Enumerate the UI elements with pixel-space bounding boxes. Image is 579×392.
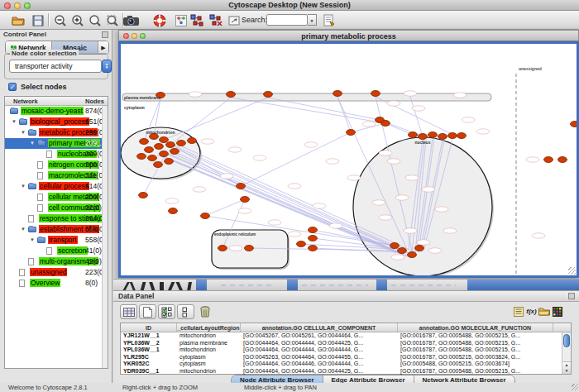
gene-label-node[interactable] xyxy=(372,200,385,205)
table-cell[interactable]: cytoplasm xyxy=(177,354,241,361)
gene-node[interactable] xyxy=(218,246,227,251)
disclosure-triangle-icon[interactable]: ▼ xyxy=(30,141,35,146)
tree-row-label[interactable]: unassigned xyxy=(30,268,67,276)
gene-label-node[interactable] xyxy=(532,233,545,238)
gene-node[interactable] xyxy=(558,157,567,163)
float-panel-icon[interactable] xyxy=(102,31,108,38)
gene-label-node[interactable] xyxy=(526,157,539,162)
gene-node[interactable] xyxy=(160,137,169,143)
gene-node[interactable] xyxy=(166,142,175,148)
gene-node[interactable] xyxy=(571,122,577,127)
open-file-icon[interactable] xyxy=(10,12,26,28)
gene-label-node[interactable] xyxy=(189,92,202,97)
zoom-selected-icon[interactable] xyxy=(104,12,120,28)
gene-label-node[interactable] xyxy=(395,195,409,200)
gene-label-node[interactable] xyxy=(476,129,490,134)
table-cell[interactable]: cytoplasm xyxy=(177,361,241,368)
gene-label-node[interactable] xyxy=(362,122,376,127)
gene-node[interactable] xyxy=(154,162,163,168)
gene-node[interactable] xyxy=(544,157,553,163)
tree-row[interactable]: cell communicat22(0) xyxy=(5,203,108,213)
disclosure-triangle-icon[interactable]: ▼ xyxy=(21,130,26,135)
tree-row[interactable]: response to stimulu264(0) xyxy=(5,213,108,224)
select-attributes-icon[interactable] xyxy=(158,304,175,319)
scrollbar-arrows[interactable]: ▲▼ xyxy=(562,361,571,374)
gene-node[interactable] xyxy=(415,246,424,251)
tree-row[interactable]: cellular metabol209(0) xyxy=(5,192,108,203)
tree-row-label[interactable]: secretion xyxy=(57,246,88,255)
gene-node[interactable] xyxy=(177,141,186,146)
gene-label-node[interactable] xyxy=(435,207,448,212)
gene-label-node[interactable] xyxy=(387,101,400,106)
tree-row[interactable]: unassigned223(0) xyxy=(5,267,108,278)
formula-icon[interactable]: f(x) xyxy=(525,305,538,318)
gene-label-node[interactable] xyxy=(288,232,301,237)
gene-node[interactable] xyxy=(390,243,400,249)
gene-node[interactable] xyxy=(165,159,174,165)
tree-row[interactable]: ▼primary metabol209(... xyxy=(5,138,108,149)
gene-node[interactable] xyxy=(398,248,407,254)
disclosure-triangle-icon[interactable]: ▼ xyxy=(21,184,26,189)
tree-row[interactable]: ▼metabolic process280(0) xyxy=(5,127,108,138)
tree-row[interactable]: nitrogen compo209(0) xyxy=(5,160,108,170)
gene-node[interactable] xyxy=(169,208,178,214)
disclosure-triangle-icon[interactable]: ▼ xyxy=(21,227,26,232)
tree-col-nodes[interactable]: Nodes xyxy=(85,98,104,105)
gene-label-node[interactable] xyxy=(462,117,475,122)
gene-node[interactable] xyxy=(309,236,318,241)
scrollbar-thumb[interactable] xyxy=(563,334,570,347)
matrix-icon[interactable] xyxy=(551,305,563,318)
table-row[interactable]: YJR121W__1mitochondrion[GO:0045267, GO:0… xyxy=(121,332,571,340)
table-cell[interactable]: [GO:0044464, GO:0044444, GO:0044425, G..… xyxy=(241,340,398,347)
search-dropdown-arrow[interactable]: ▼ xyxy=(308,14,317,26)
edge[interactable] xyxy=(164,98,268,140)
gene-node[interactable] xyxy=(419,134,428,140)
zoom-out-icon[interactable] xyxy=(52,12,68,28)
table-cell[interactable]: YPL036W__2 xyxy=(121,340,177,347)
snapshot-icon[interactable] xyxy=(121,12,141,28)
gene-label-node[interactable] xyxy=(417,240,430,245)
table-row[interactable]: YDR039C__1mitochondrion[GO:0044464, GO:0… xyxy=(121,368,571,375)
combobox-stepper-icon[interactable]: ▲▼ xyxy=(102,60,112,73)
gene-label-node[interactable] xyxy=(326,159,339,164)
network-canvas[interactable]: plasma membranecytoplasmmitochondrionnuc… xyxy=(121,44,577,275)
tree-row-label[interactable]: mosaic-demo-yeast xyxy=(21,107,84,115)
help-icon[interactable] xyxy=(151,12,167,28)
disclosure-triangle-icon[interactable]: ▼ xyxy=(12,119,17,124)
gene-node[interactable] xyxy=(333,91,342,97)
gene-label-node[interactable] xyxy=(165,198,179,203)
edge[interactable] xyxy=(231,98,385,123)
tree-row-label[interactable]: biological_process xyxy=(30,117,89,126)
tree-row[interactable]: macromolecule311(0) xyxy=(5,170,108,181)
gene-label-node[interactable] xyxy=(428,248,442,253)
gene-label-node[interactable] xyxy=(422,187,435,192)
gene-label-node[interactable] xyxy=(329,223,342,228)
table-cell[interactable]: [GO:0044464, GO:0044446, GO:0044444, G..… xyxy=(241,361,398,368)
node-color-combobox[interactable]: transporter activity ▲▼ xyxy=(9,60,102,73)
save-icon[interactable] xyxy=(30,12,45,28)
edge[interactable] xyxy=(170,98,231,145)
table-cell[interactable]: YKR052C xyxy=(121,361,177,368)
table-cell[interactable]: YDR039C__1 xyxy=(121,368,177,375)
delete-attribute-icon[interactable] xyxy=(196,304,213,319)
gene-label-node[interactable] xyxy=(201,139,214,144)
table-row[interactable]: YPL036W__2plasma membrane[GO:0044464, GO… xyxy=(121,340,571,347)
tree-row[interactable]: secretion41(0) xyxy=(5,246,108,256)
edge[interactable] xyxy=(410,97,423,136)
table-cell[interactable]: [GO:0016787, GO:0005488, GO:0005215, G..… xyxy=(398,368,553,375)
gene-label-node[interactable] xyxy=(405,175,419,180)
import-attributes-icon[interactable] xyxy=(538,305,550,318)
table-cell[interactable]: [GO:0044464, GO:0044444, GO:0044444, G..… xyxy=(241,347,398,354)
destroy-network-icon[interactable] xyxy=(208,12,223,28)
tree-row[interactable]: nucleobase-209(0) xyxy=(5,149,108,160)
table-row[interactable]: YKR052Ccytoplasm[GO:0044464, GO:0044446,… xyxy=(121,361,571,368)
float-panel-icon[interactable] xyxy=(568,293,575,299)
gene-label-node[interactable] xyxy=(313,203,326,208)
gene-label-node[interactable] xyxy=(228,147,242,152)
gene-label-node[interactable] xyxy=(387,159,400,164)
gene-node[interactable] xyxy=(297,241,306,247)
gene-node[interactable] xyxy=(227,92,236,98)
edge[interactable] xyxy=(205,199,245,216)
tree-row-label[interactable]: Overview xyxy=(30,279,60,287)
new-attribute-icon[interactable] xyxy=(139,304,156,319)
